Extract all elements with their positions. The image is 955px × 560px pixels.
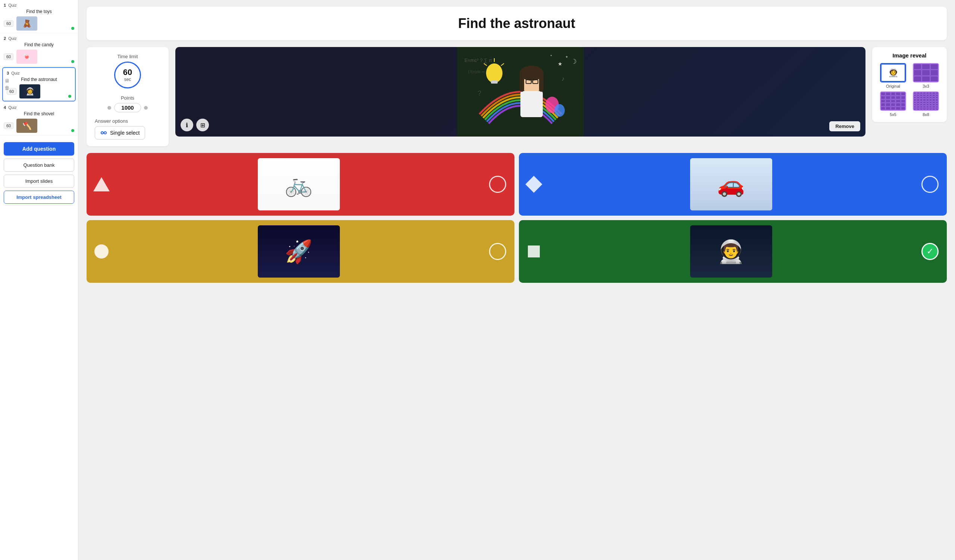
- svg-rect-7: [491, 81, 498, 84]
- quiz-num: 4: [4, 105, 6, 109]
- quiz-thumb: 🧸: [16, 16, 37, 31]
- check-circle: ✓: [921, 243, 939, 260]
- monitor-icon[interactable]: 🖥: [5, 78, 9, 84]
- answer-options-label: Answer options: [95, 118, 160, 124]
- quiz-item-row: 60 👩‍🚀: [7, 84, 71, 99]
- card-emoji: 🚗: [717, 171, 745, 198]
- answer-card-green[interactable]: 👨‍🚀 ✓: [519, 220, 947, 283]
- import-spreadsheet-button[interactable]: Import spreadsheet: [4, 191, 74, 204]
- svg-point-20: [554, 104, 565, 117]
- image-info-icons: ℹ ⊞: [180, 119, 209, 131]
- reveal-label: 8x8: [922, 112, 929, 117]
- answer-card-gold[interactable]: 🚀: [86, 220, 514, 283]
- circle-outline: [489, 176, 506, 193]
- question-title-card: Find the astronaut: [86, 7, 947, 40]
- quiz-points: 60: [4, 122, 13, 129]
- quiz-points: 60: [4, 53, 13, 60]
- question-bank-button[interactable]: Question bank: [4, 158, 74, 172]
- circle-outline: [489, 243, 506, 260]
- center-image-area: E=mc² ? ∑ π ∫ f(x)dx ∞ √2: [175, 47, 866, 136]
- square-shape: [528, 246, 540, 257]
- sidebar-quiz-item-3[interactable]: 3 Quiz Find the astronaut 60 👩‍🚀 🖥 🗑: [2, 67, 76, 102]
- reveal-option-5x5[interactable]: 5x5: [878, 91, 908, 117]
- quiz-type: Quiz: [8, 36, 17, 41]
- points-slider-left: [108, 106, 111, 109]
- add-question-button[interactable]: Add question: [4, 142, 74, 156]
- reveal-label: 5x5: [890, 112, 896, 117]
- card-shape-diamond: [526, 176, 542, 192]
- remove-button[interactable]: Remove: [829, 121, 860, 131]
- quiz-num: 3: [7, 71, 9, 75]
- svg-text:✦: ✦: [565, 55, 568, 59]
- image-reveal-panel: Image reveal 👩‍🚀 Original 3x3 5x5 8x8: [872, 47, 947, 122]
- questions-list: 1 Quiz Find the toys 60 🧸 2 Quiz Find th…: [0, 0, 78, 135]
- quiz-title: Find the candy: [4, 42, 74, 47]
- single-select-icon: [100, 130, 107, 136]
- svg-text:E=mc²  ?  ∑  π: E=mc² ? ∑ π: [465, 58, 492, 63]
- sidebar-quiz-item-2[interactable]: 2 Quiz Find the candy 60 🍬: [0, 33, 78, 66]
- svg-rect-12: [520, 91, 543, 117]
- card-emoji: 🚲: [285, 171, 313, 198]
- answers-grid: 🚲 🚗 🚀 👨‍🚀 ✓: [86, 153, 947, 283]
- time-unit: sec: [124, 77, 131, 82]
- svg-point-0: [101, 132, 103, 134]
- reveal-thumb: [880, 91, 906, 111]
- card-shape-triangle: [93, 176, 110, 192]
- reveal-thumb: [913, 91, 939, 111]
- time-circle[interactable]: 60 sec: [114, 61, 141, 88]
- quiz-num: 1: [4, 3, 6, 8]
- points-row: 1000: [95, 103, 160, 112]
- trash-icon[interactable]: 🗑: [5, 85, 9, 91]
- card-img-box: 🚗: [690, 158, 772, 210]
- reveal-option-original[interactable]: 👩‍🚀 Original: [878, 63, 908, 88]
- sidebar-quiz-item-4[interactable]: 4 Quiz Find the shovel 60 🪓: [0, 102, 78, 135]
- points-label: Points: [95, 95, 160, 101]
- answer-card-red[interactable]: 🚲: [86, 153, 514, 216]
- circle-action: [488, 174, 508, 194]
- svg-text:♪: ♪: [561, 75, 564, 82]
- card-image-red: 🚲: [116, 154, 481, 215]
- quiz-title: Find the astronaut: [7, 77, 71, 82]
- sidebar-quiz-item-1[interactable]: 1 Quiz Find the toys 60 🧸: [0, 0, 78, 33]
- active-dot: [71, 27, 74, 30]
- center-image-svg: E=mc² ? ∑ π ∫ f(x)dx ∞ √2: [457, 47, 584, 136]
- quiz-thumb: 👩‍🚀: [19, 84, 40, 99]
- reveal-option-8x8[interactable]: 8x8: [911, 91, 941, 117]
- options-row: Time limit 60 sec Points 1000 Answer opt…: [86, 47, 947, 146]
- svg-rect-15: [539, 73, 543, 92]
- quiz-item-header: 4 Quiz: [4, 105, 74, 109]
- info-button[interactable]: ℹ: [180, 119, 193, 131]
- sidebar-bottom: Add question Question bank Import slides…: [0, 138, 78, 207]
- quiz-item-row: 60 🪓: [4, 119, 74, 133]
- quiz-points: 60: [4, 20, 13, 27]
- svg-text:☽: ☽: [571, 58, 577, 65]
- quiz-item-row: 60 🍬: [4, 50, 74, 64]
- card-image-gold: 🚀: [116, 221, 481, 282]
- reveal-thumb: [913, 63, 939, 83]
- single-select-button[interactable]: Single select: [95, 126, 145, 139]
- import-slides-button[interactable]: Import slides: [4, 175, 74, 188]
- quiz-item-actions: 🖥 🗑: [5, 78, 9, 91]
- quiz-item-row: 60 🧸: [4, 16, 74, 31]
- quiz-type: Quiz: [8, 105, 17, 109]
- reveal-thumb: 👩‍🚀: [880, 63, 906, 83]
- question-title: Find the astronaut: [99, 16, 935, 31]
- check-action: ✓: [920, 241, 940, 261]
- quiz-title: Find the shovel: [4, 111, 74, 116]
- svg-text:?: ?: [478, 89, 481, 97]
- answer-card-blue[interactable]: 🚗: [519, 153, 947, 216]
- active-dot: [71, 129, 74, 132]
- expand-button[interactable]: ⊞: [196, 119, 209, 131]
- svg-point-1: [104, 132, 106, 134]
- time-limit-group: Time limit 60 sec: [95, 54, 160, 89]
- image-reveal-title: Image reveal: [878, 52, 941, 59]
- circle-action: [920, 174, 940, 194]
- active-dot: [68, 95, 71, 98]
- card-emoji: 🚀: [285, 238, 313, 265]
- reveal-option-3x3[interactable]: 3x3: [911, 63, 941, 88]
- quiz-type: Quiz: [8, 3, 17, 8]
- reveal-label: Original: [886, 84, 900, 88]
- card-img-box: 🚲: [258, 158, 340, 210]
- single-select-label: Single select: [110, 130, 139, 136]
- card-shape-square: [526, 243, 542, 260]
